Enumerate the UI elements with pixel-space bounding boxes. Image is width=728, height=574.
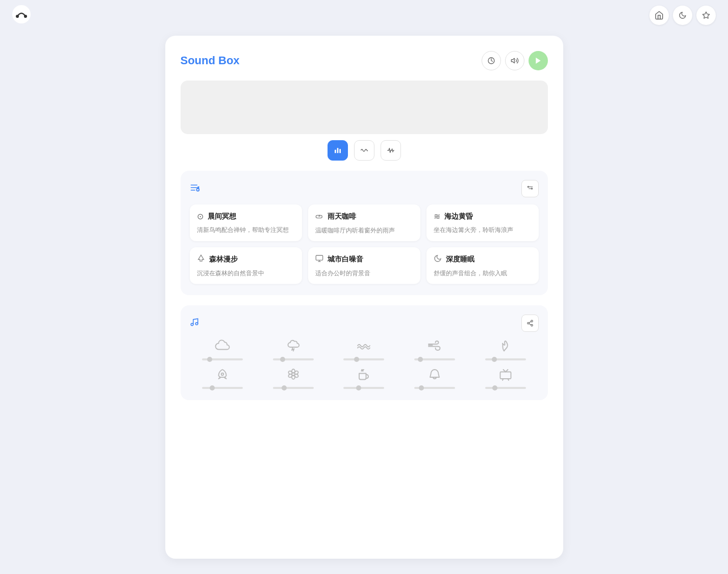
fire-icon bbox=[498, 339, 513, 354]
forest-title: 森林漫步 bbox=[209, 255, 238, 264]
rain-coffee-title: 雨天咖啡 bbox=[328, 212, 356, 221]
svg-rect-21 bbox=[316, 255, 322, 260]
svg-point-24 bbox=[191, 323, 193, 326]
playlist-icon bbox=[190, 182, 200, 195]
city-noise-icon bbox=[315, 254, 323, 265]
wind-icon bbox=[427, 339, 442, 354]
coffee-slider[interactable] bbox=[343, 387, 384, 389]
playlist-section-header bbox=[190, 180, 539, 197]
mixer-section bbox=[181, 305, 548, 400]
storm-icon bbox=[286, 339, 301, 354]
cloud-slider[interactable] bbox=[202, 358, 243, 360]
panel-title: Sound Box bbox=[181, 54, 240, 67]
mixer-item-tv bbox=[473, 368, 539, 389]
svg-point-20 bbox=[531, 188, 532, 189]
tv-icon bbox=[498, 368, 513, 383]
wave-icon bbox=[356, 339, 371, 354]
sound-card-rain-coffee[interactable]: 雨天咖啡 温暖咖啡厅内听着窗外的雨声 bbox=[308, 204, 420, 241]
sound-card-city-noise[interactable]: 城市白噪音 适合办公时的背景音 bbox=[308, 247, 420, 284]
wind-slider[interactable] bbox=[414, 358, 455, 360]
card-header: 雨天咖啡 bbox=[315, 212, 413, 222]
night-mode-button[interactable] bbox=[673, 6, 692, 25]
storm-slider[interactable] bbox=[273, 358, 314, 360]
sound-cards-grid: ⊙ 晨间冥想 清新鸟鸣配合禅钟，帮助专注冥想 雨天咖啡 温暖咖啡厅内听着窗外的雨… bbox=[190, 204, 539, 284]
viz-wave-button[interactable] bbox=[354, 140, 374, 161]
svg-line-30 bbox=[529, 322, 531, 323]
mixer-item-bell bbox=[402, 368, 468, 389]
svg-point-0 bbox=[12, 5, 31, 23]
visualizer-display bbox=[181, 81, 548, 134]
mixer-item-fire bbox=[473, 339, 539, 360]
coffee-cup-icon bbox=[356, 368, 371, 383]
bell-slider[interactable] bbox=[414, 387, 455, 389]
mixer-item-wave bbox=[331, 339, 397, 360]
visualizer-wrapper bbox=[181, 81, 548, 161]
rocket-icon bbox=[215, 368, 230, 383]
viz-bar-button[interactable] bbox=[328, 140, 348, 161]
wave-slider[interactable] bbox=[343, 358, 384, 360]
logo-area bbox=[12, 5, 31, 25]
seaside-icon: ≋ bbox=[434, 212, 440, 221]
rain-coffee-desc: 温暖咖啡厅内听着窗外的雨声 bbox=[315, 226, 413, 235]
city-noise-desc: 适合办公时的背景音 bbox=[315, 269, 413, 278]
viz-controls bbox=[181, 140, 548, 161]
fire-slider[interactable] bbox=[485, 358, 526, 360]
content-panel: Sound Box bbox=[165, 36, 563, 559]
svg-rect-39 bbox=[500, 372, 511, 379]
morning-icon: ⊙ bbox=[197, 212, 204, 221]
svg-point-19 bbox=[528, 186, 529, 187]
mixer-icon bbox=[190, 318, 199, 329]
flower-slider[interactable] bbox=[273, 387, 314, 389]
mixer-item-storm bbox=[260, 339, 326, 360]
viz-pulse-button[interactable] bbox=[381, 140, 401, 161]
svg-point-25 bbox=[195, 322, 198, 325]
rocket-slider[interactable] bbox=[202, 387, 243, 389]
svg-point-31 bbox=[221, 373, 224, 376]
svg-rect-9 bbox=[335, 150, 336, 153]
card-header: 森林漫步 bbox=[197, 254, 295, 265]
home-button[interactable] bbox=[649, 6, 669, 25]
rain-coffee-icon bbox=[315, 212, 323, 222]
mixer-section-header bbox=[190, 315, 539, 332]
mixer-item-wind bbox=[402, 339, 468, 360]
svg-rect-3 bbox=[17, 15, 18, 18]
tv-slider[interactable] bbox=[485, 387, 526, 389]
sound-card-deep-sleep[interactable]: 深度睡眠 舒缓的声音组合，助你入眠 bbox=[426, 247, 539, 284]
sound-card-forest[interactable]: 森林漫步 沉浸在森林的自然音景中 bbox=[190, 247, 302, 284]
header-actions bbox=[482, 51, 548, 70]
cloud-icon bbox=[215, 339, 230, 354]
deep-sleep-desc: 舒缓的声音组合，助你入眠 bbox=[434, 269, 532, 278]
play-button[interactable] bbox=[529, 51, 548, 70]
svg-marker-8 bbox=[536, 58, 540, 64]
city-noise-title: 城市白噪音 bbox=[328, 255, 363, 264]
panel-header: Sound Box bbox=[181, 51, 548, 70]
top-actions bbox=[649, 6, 716, 25]
deep-sleep-title: 深度睡眠 bbox=[446, 255, 474, 264]
volume-button[interactable] bbox=[505, 51, 524, 70]
svg-rect-11 bbox=[339, 149, 341, 153]
deep-sleep-icon bbox=[434, 254, 442, 265]
bookmark-button[interactable] bbox=[696, 6, 716, 25]
seaside-desc: 坐在海边篝火旁，聆听海浪声 bbox=[434, 225, 532, 234]
svg-line-29 bbox=[529, 324, 531, 325]
mixer-share-button[interactable] bbox=[521, 315, 539, 332]
morning-desc: 清新鸟鸣配合禅钟，帮助专注冥想 bbox=[197, 225, 295, 234]
mixer-item-cloud bbox=[190, 339, 256, 360]
top-bar bbox=[0, 0, 728, 31]
card-header: ≋ 海边黄昏 bbox=[434, 212, 532, 221]
svg-rect-10 bbox=[337, 148, 338, 153]
bell-icon bbox=[427, 368, 442, 383]
card-header: ⊙ 晨间冥想 bbox=[197, 212, 295, 221]
sound-card-seaside[interactable]: ≋ 海边黄昏 坐在海边篝火旁，聆听海浪声 bbox=[426, 204, 539, 241]
svg-marker-5 bbox=[702, 12, 709, 18]
playlist-filter-button[interactable] bbox=[521, 180, 539, 197]
seaside-title: 海边黄昏 bbox=[444, 212, 473, 221]
forest-desc: 沉浸在森林的自然音景中 bbox=[197, 269, 295, 278]
sound-card-morning[interactable]: ⊙ 晨间冥想 清新鸟鸣配合禅钟，帮助专注冥想 bbox=[190, 204, 302, 241]
timer-button[interactable] bbox=[482, 51, 501, 70]
card-header: 城市白噪音 bbox=[315, 254, 413, 265]
svg-rect-4 bbox=[24, 15, 26, 18]
mixer-item-rocket bbox=[190, 368, 256, 389]
main-container: Sound Box bbox=[0, 31, 728, 574]
forest-icon bbox=[197, 254, 205, 265]
